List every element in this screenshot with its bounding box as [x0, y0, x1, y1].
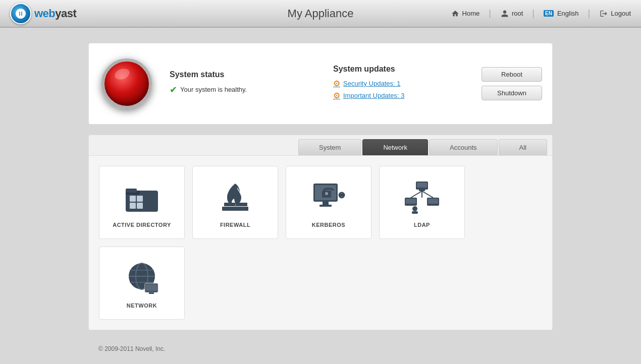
security-gear-icon: ⚙ — [333, 79, 340, 88]
home-link[interactable]: Home — [451, 9, 480, 18]
nav-separator-3: | — [588, 8, 591, 19]
important-update-link[interactable]: ⚙ Important Updates: 3 — [333, 91, 466, 100]
user-icon — [500, 9, 509, 18]
tabs-container: System Network Accounts All — [88, 135, 553, 156]
status-title: System status — [170, 70, 303, 79]
apps-grid: ACTIVE DIRECTORY FIREWALL — [88, 156, 553, 330]
svg-rect-8 — [224, 203, 235, 206]
svg-rect-36 — [146, 284, 157, 291]
svg-point-13 — [325, 192, 328, 195]
status-orb — [101, 58, 152, 109]
firewall-icon — [215, 177, 255, 218]
tab-all[interactable]: All — [499, 139, 547, 155]
logo-area: webyast — [10, 3, 76, 24]
language-link[interactable]: EN English — [544, 10, 579, 17]
ldap-label: LDAP — [414, 222, 430, 228]
footer: © 2009-2011 Novell, Inc. — [88, 345, 553, 352]
svg-rect-19 — [417, 183, 427, 188]
logout-link[interactable]: Logout — [599, 9, 631, 18]
firewall-label: FIREWALL — [220, 222, 250, 228]
copyright-text: © 2009-2011 Novell, Inc. — [98, 345, 165, 352]
network-label: NETWORK — [127, 302, 157, 309]
svg-line-27 — [411, 191, 422, 198]
active-directory-label: ACTIVE DIRECTORY — [113, 222, 171, 228]
app-card-network[interactable]: NETWORK — [99, 247, 185, 320]
updates-section: System updates ⚙ Security Updates: 1 ⚙ I… — [333, 65, 466, 103]
svg-rect-24 — [428, 199, 438, 204]
updates-title: System updates — [333, 65, 466, 74]
tab-system[interactable]: System — [298, 139, 361, 155]
main-content: System status ✔ Your system is healthy. … — [78, 43, 563, 352]
svg-rect-7 — [222, 207, 248, 211]
check-icon: ✔ — [170, 84, 177, 95]
svg-rect-4 — [137, 196, 143, 202]
svg-rect-6 — [137, 203, 143, 209]
status-card: System status ✔ Your system is healthy. … — [88, 43, 553, 125]
kerberos-icon — [308, 177, 349, 218]
header: webyast My Appliance Home | root | EN En… — [0, 0, 641, 28]
shutdown-button[interactable]: Shutdown — [482, 86, 542, 100]
svg-rect-9 — [236, 203, 247, 206]
app-card-firewall[interactable]: FIREWALL — [192, 166, 278, 239]
header-nav: Home | root | EN English | Logout — [451, 8, 631, 19]
svg-rect-3 — [130, 196, 136, 202]
important-gear-icon: ⚙ — [333, 91, 340, 100]
svg-rect-37 — [149, 292, 154, 294]
status-info: System status ✔ Your system is healthy. — [170, 70, 303, 98]
tab-network[interactable]: Network — [362, 139, 428, 155]
reboot-button[interactable]: Reboot — [482, 67, 542, 82]
svg-rect-5 — [130, 203, 136, 209]
status-orb-container — [99, 53, 159, 114]
user-link[interactable]: root — [500, 9, 523, 18]
nav-separator-2: | — [532, 8, 535, 19]
svg-rect-2 — [126, 189, 137, 193]
svg-rect-26 — [412, 211, 418, 214]
action-buttons: Reboot Shutdown — [482, 67, 542, 100]
network-icon — [122, 258, 162, 298]
home-icon — [451, 9, 460, 18]
lang-badge: EN — [544, 10, 554, 17]
svg-rect-15 — [319, 205, 332, 207]
svg-point-25 — [412, 206, 417, 211]
status-healthy: ✔ Your system is healthy. — [170, 84, 303, 95]
active-directory-icon — [122, 177, 162, 218]
logo-icon — [10, 3, 31, 24]
security-update-link[interactable]: ⚙ Security Updates: 1 — [333, 79, 466, 88]
app-card-active-directory[interactable]: ACTIVE DIRECTORY — [99, 166, 185, 239]
app-title: My Appliance — [288, 7, 354, 20]
logo-text: webyast — [34, 7, 76, 20]
kerberos-label: KERBEROS — [312, 222, 345, 228]
logout-icon — [599, 9, 608, 18]
svg-rect-14 — [323, 202, 329, 205]
app-card-ldap[interactable]: LDAP — [379, 166, 465, 239]
ldap-icon — [402, 177, 442, 218]
app-card-kerberos[interactable]: KERBEROS — [286, 166, 371, 239]
svg-line-28 — [422, 191, 433, 198]
tab-accounts[interactable]: Accounts — [429, 139, 497, 155]
svg-rect-20 — [419, 190, 425, 191]
nav-separator-1: | — [489, 8, 491, 19]
svg-rect-22 — [406, 199, 416, 204]
